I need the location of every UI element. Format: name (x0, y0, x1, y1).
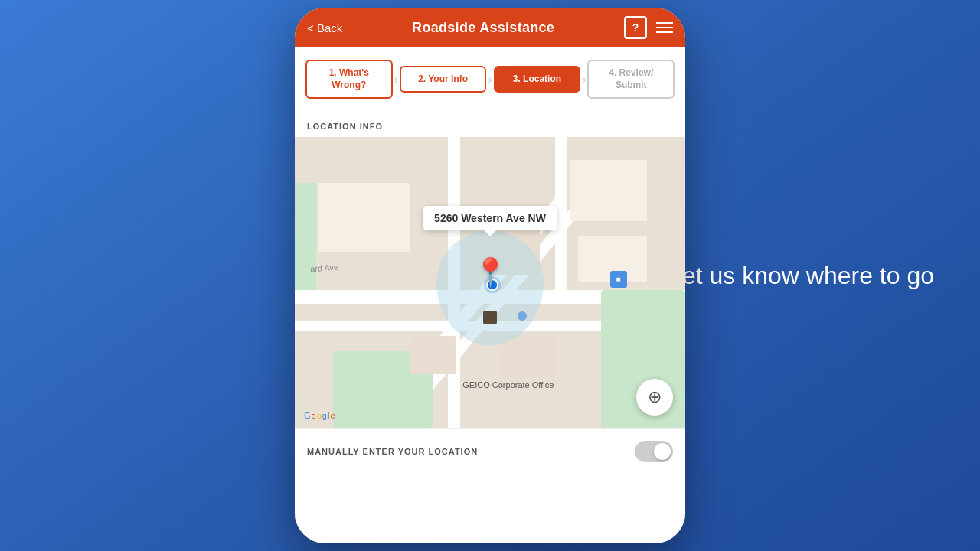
brown-marker (483, 311, 497, 324)
content-area: LOCATION INFO (295, 111, 685, 543)
step-3-label: 3. Location (513, 73, 561, 86)
address-tooltip: 5260 Western Ave NW (423, 206, 557, 230)
map-pin: 📍 (473, 257, 508, 289)
phone-frame: < Back Roadside Assistance ? 1. What's W… (295, 8, 685, 543)
manual-location-label: MANUALLY ENTER YOUR LOCATION (307, 447, 478, 456)
g-red: o (312, 411, 316, 420)
svg-rect-13 (410, 336, 456, 374)
header-title: Roadside Assistance (412, 20, 554, 36)
svg-rect-12 (501, 336, 555, 378)
map-container[interactable]: ard Ave 5260 Western Ave NW 📍 ■ GEICO Co… (295, 137, 685, 428)
step-1[interactable]: 1. What's Wrong? (305, 60, 393, 99)
step-arrow-2: › (488, 73, 492, 86)
g-yellow: o (317, 411, 322, 420)
address-text: 5260 Western Ave NW (434, 212, 546, 224)
hamburger-line (656, 31, 673, 33)
step-arrow-3: › (582, 73, 586, 86)
steps-container: 1. What's Wrong? › 2. Your Info › 3. Loc… (295, 47, 685, 111)
step-4: 4. Review/ Submit (587, 60, 675, 99)
google-watermark: G o o g l e (304, 411, 335, 420)
manual-location-row: MANUALLY ENTER YOUR LOCATION (295, 428, 685, 474)
target-icon: ⊕ (648, 387, 662, 407)
question-mark-icon: ? (632, 21, 639, 34)
my-location-button[interactable]: ⊕ (636, 379, 673, 416)
hamburger-line (656, 22, 673, 24)
geico-label: GEICO Corporate Office (462, 380, 554, 390)
menu-button[interactable] (656, 22, 673, 33)
g-blue2: g (322, 411, 327, 420)
manual-location-toggle[interactable] (635, 441, 673, 462)
location-section-label: LOCATION INFO (295, 111, 685, 137)
step-1-label: 1. What's Wrong? (315, 67, 384, 91)
header-icons: ? (624, 16, 673, 39)
g-red2: e (330, 411, 335, 420)
blue-square-marker: ■ (610, 271, 627, 288)
step-arrow-1: › (394, 73, 398, 86)
right-tagline: Let us know where to go (668, 262, 934, 290)
hamburger-line (656, 27, 673, 28)
svg-rect-6 (570, 160, 647, 221)
step-3[interactable]: 3. Location (494, 66, 581, 93)
blue-marker-icon: ■ (616, 275, 620, 283)
g-green: l (328, 411, 329, 420)
svg-rect-5 (318, 183, 410, 252)
back-button[interactable]: < Back (307, 21, 342, 34)
g-blue: G (304, 411, 311, 420)
step-2[interactable]: 2. Your Info (400, 66, 487, 93)
step-2-label: 2. Your Info (418, 73, 468, 86)
app-header: < Back Roadside Assistance ? (295, 8, 685, 47)
svg-rect-10 (295, 183, 316, 290)
small-blue-dot (518, 311, 527, 321)
help-button[interactable]: ? (624, 16, 647, 39)
step-4-label: 4. Review/ Submit (596, 67, 665, 91)
